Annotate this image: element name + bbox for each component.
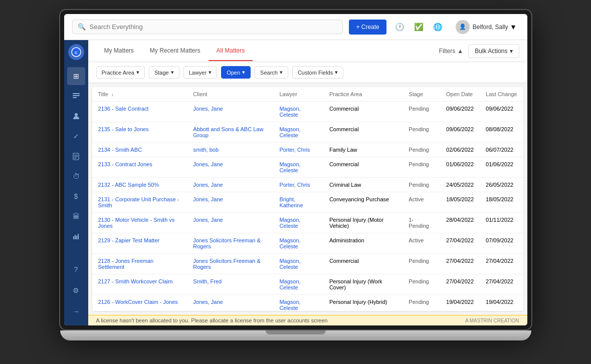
practice-area-cell: Personal Injury (Motor Vehicle) — [323, 213, 403, 233]
stage-cell: Pending — [403, 122, 440, 143]
client-link[interactable]: Jones Solicitors Freeman & Rogers — [193, 237, 261, 249]
lawyer-link[interactable]: Bright, Katherine — [279, 196, 303, 208]
lawyer-link[interactable]: Magson, Celeste — [279, 106, 300, 118]
col-title[interactable]: Title ↓ — [92, 87, 187, 102]
chevron-down-icon: ▾ — [335, 69, 338, 76]
stage-filter[interactable]: Stage ▾ — [149, 66, 179, 79]
client-link[interactable]: smith, bob — [193, 147, 219, 153]
matter-title-link[interactable]: 2128 - Jones Freeman Settlement — [98, 258, 154, 270]
matter-title-link[interactable]: 2126 - WorkCover Claim - Jones — [98, 299, 178, 305]
globe-icon[interactable]: 🌐 — [431, 20, 446, 35]
table-row: 2126 - WorkCover Claim - JonesJones, Jan… — [92, 295, 523, 311]
search-box[interactable]: 🔍 — [72, 20, 343, 34]
sidebar-item-settings[interactable]: ⚙ — [67, 281, 85, 299]
lawyer-link[interactable]: Magson, Celeste — [279, 299, 300, 311]
sidebar-item-matters[interactable] — [67, 87, 85, 105]
matter-title-link[interactable]: 2133 - Contract Jones — [98, 161, 152, 167]
col-open-date: Open Date — [440, 87, 480, 102]
practice-area-cell: Personal Injury (Work Cover) — [323, 274, 403, 295]
sidebar-item-contacts[interactable] — [67, 107, 85, 125]
table-body: 2136 - Sale ContractJones, JaneMagson, C… — [92, 102, 523, 311]
col-client: Client — [187, 87, 273, 102]
lawyer-link[interactable]: Magson, Celeste — [279, 278, 300, 290]
matter-title-link[interactable]: 2130 - Motor Vehicle - Smith vs Jones — [98, 217, 175, 229]
svg-rect-11 — [75, 235, 76, 239]
check-circle-icon[interactable]: ✅ — [412, 20, 427, 35]
matter-title-link[interactable]: 2134 - Smith ABC — [98, 147, 142, 153]
last-change-cell: 27/04/2022 — [480, 254, 523, 274]
client-link[interactable]: Smith, Fred — [193, 278, 222, 284]
chevron-down-icon: ▾ — [209, 69, 212, 76]
lawyer-link[interactable]: Magson, Celeste — [279, 161, 300, 173]
last-change-cell: 08/08/2022 — [480, 122, 523, 143]
last-change-cell: 07/09/2022 — [480, 233, 523, 254]
user-menu[interactable]: 👤 Belford, Sally ▾ — [452, 18, 519, 36]
matter-title-link[interactable]: 2127 - Smith Workcover Claim — [98, 278, 173, 284]
svg-point-5 — [75, 113, 78, 116]
search-input[interactable] — [90, 23, 338, 31]
tab-my-matters[interactable]: My Matters — [96, 41, 142, 61]
tab-all-matters[interactable]: All Matters — [209, 41, 253, 61]
client-link[interactable]: Jones, Jane — [193, 299, 223, 305]
open-date-cell: 01/06/2022 — [440, 157, 480, 178]
chevron-down-icon: ▾ — [171, 69, 174, 76]
sidebar-item-documents[interactable] — [67, 147, 85, 165]
create-button[interactable]: + Create — [349, 20, 386, 35]
table-header-row: Title ↓ Client Lawyer Practice Area Stag… — [92, 87, 523, 102]
lawyer-link[interactable]: Magson, Celeste — [279, 217, 300, 229]
status-message: A license hasn't been allocated to you. … — [96, 317, 328, 323]
search-filter[interactable]: Search ▾ — [255, 66, 288, 79]
svg-rect-13 — [78, 234, 79, 239]
col-practice-area: Practice Area — [323, 87, 403, 102]
matter-title-link[interactable]: 2135 - Sale to Jones — [98, 126, 149, 132]
open-date-cell: 18/05/2022 — [440, 192, 480, 213]
topbar-icons: 🕐 ✅ 🌐 — [392, 20, 446, 35]
matter-title-link[interactable]: 2136 - Sale Contract — [98, 106, 149, 112]
mastrin-credit: A MASTRIN CREATION — [465, 318, 519, 323]
table-row: 2134 - Smith ABCsmith, bobPorter, ChrisF… — [92, 143, 523, 157]
lawyer-link[interactable]: Magson, Celeste — [279, 237, 300, 249]
sidebar-item-billing[interactable]: $ — [67, 187, 85, 205]
app-container: C ⊞ — [64, 40, 527, 325]
history-icon[interactable]: 🕐 — [392, 20, 408, 35]
filters-label: Filters — [439, 48, 456, 55]
client-link[interactable]: Jones Solicitors Freeman & Rogers — [193, 258, 261, 270]
sidebar-logo[interactable]: C — [68, 44, 84, 60]
lawyer-link[interactable]: Porter, Chris — [279, 182, 310, 188]
sidebar-item-tasks[interactable]: ✓ — [67, 127, 85, 145]
stage-cell: Pending — [403, 254, 440, 274]
last-change-cell: 01/11/2022 — [480, 213, 523, 233]
lawyer-link[interactable]: Magson, Celeste — [279, 126, 300, 138]
practice-area-cell: Commercial — [323, 122, 403, 143]
client-link[interactable]: Abbott and Sons & ABC Law Group — [193, 126, 263, 138]
open-filter[interactable]: Open ▾ — [221, 66, 251, 79]
matter-title-link[interactable]: 2131 - Corporate Unit Purchase - Smith — [98, 196, 179, 208]
sidebar-item-dashboard[interactable]: ⊞ — [67, 67, 85, 85]
chevron-down-icon: ▾ — [280, 69, 283, 76]
matter-title-link[interactable]: 2129 - Zapier Test Matter — [98, 237, 160, 243]
status-bar: A license hasn't been allocated to you. … — [88, 315, 527, 325]
custom-fields-filter[interactable]: Custom Fields ▾ — [292, 66, 343, 79]
filters-button[interactable]: Filters ▲ — [434, 45, 469, 58]
sidebar-item-reports[interactable] — [67, 227, 85, 245]
client-link[interactable]: Jones, Jane — [193, 196, 223, 202]
client-link[interactable]: Jones, Jane — [193, 182, 223, 188]
client-link[interactable]: Jones, Jane — [193, 217, 223, 223]
practice-area-filter[interactable]: Practice Area ▾ — [96, 66, 145, 79]
col-title-label: Title — [98, 91, 108, 97]
matter-title-link[interactable]: 2132 - ABC Sample 50% — [98, 182, 159, 188]
open-date-cell: 27/04/2022 — [440, 233, 480, 254]
lawyer-filter[interactable]: Lawyer ▾ — [183, 66, 217, 79]
sidebar-item-trust[interactable]: 🏛 — [67, 207, 85, 225]
client-link[interactable]: Jones, Jane — [193, 161, 223, 167]
lawyer-link[interactable]: Porter, Chris — [279, 147, 310, 153]
sidebar-item-time[interactable]: ⏱ — [67, 167, 85, 185]
bulk-actions-button[interactable]: Bulk Actions ▾ — [468, 44, 519, 58]
sidebar-item-logout[interactable]: → — [67, 302, 85, 320]
sidebar-item-help[interactable]: ? — [67, 260, 85, 278]
client-link[interactable]: Jones, Jane — [193, 106, 223, 112]
lawyer-link[interactable]: Magson, Celeste — [279, 258, 300, 270]
stage-cell: Pending — [403, 157, 440, 178]
tab-my-recent-matters[interactable]: My Recent Matters — [142, 41, 209, 61]
laptop-wrapper: 🔍 + Create 🕐 ✅ 🌐 👤 Belford, Sally ▾ — [45, 0, 546, 364]
